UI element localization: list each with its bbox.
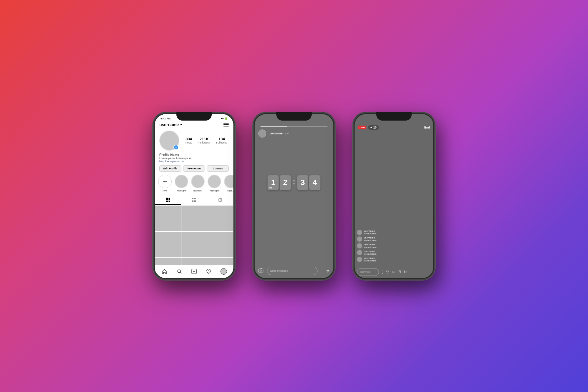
profile-bio: Profile Name Lorem ipsum. Lorem ipsum. b… (155, 153, 233, 166)
search-icon[interactable] (176, 268, 183, 275)
live-badge: LIVE (358, 126, 366, 129)
timer-icon[interactable]: ⏱ (397, 270, 401, 274)
flip-colon: : (293, 177, 295, 186)
story-user-avatar (258, 129, 266, 138)
comment-username-1: username (364, 230, 377, 232)
send-story-icon[interactable]: ➤ (325, 268, 331, 274)
viewer-count: 15 (373, 126, 377, 129)
story-username: username (269, 132, 283, 135)
story-options-icon[interactable]: ⋮ (320, 268, 324, 273)
status-icons: ▪▪▪ 🔋 (221, 117, 228, 120)
heart-icon[interactable] (206, 268, 212, 275)
grid-cell-2[interactable] (181, 206, 207, 231)
tab-tagged[interactable] (207, 195, 233, 205)
flip-m1-digit: 3 (300, 178, 305, 187)
svg-rect-2 (192, 200, 193, 201)
flip-camera-icon[interactable]: ↻ (404, 270, 407, 274)
profile-header: username (155, 121, 233, 129)
highlight-circle-3 (208, 175, 221, 188)
grid-cell-4[interactable] (155, 232, 181, 257)
profile-action-buttons: Edit Profile Promotion Contact (155, 165, 233, 175)
filter-icon[interactable]: ▽ (386, 270, 389, 274)
profile-section: + 334 Posts 211K Followers 134 Following (155, 129, 233, 153)
flip-clock: AM 1 2 : 3 4 (255, 175, 333, 190)
profile-nav-avatar[interactable] (220, 268, 227, 275)
highlight-label-3: highlight (210, 189, 219, 192)
highlight-new[interactable]: + New (158, 175, 172, 192)
tab-list[interactable] (181, 195, 207, 205)
highlight-1[interactable]: highlight (175, 175, 188, 192)
bio-text: Lorem ipsum. Lorem ipsum. (159, 156, 229, 160)
live-footer-icons: ▽ ☺ ⏱ ↻ (386, 270, 407, 274)
viewers-count-container: ♥ 15 (368, 125, 379, 130)
svg-point-7 (178, 270, 181, 273)
stat-followers: 211K Followers (198, 137, 210, 144)
chevron-down-icon (180, 124, 182, 125)
content-tabs (155, 195, 233, 205)
contact-button[interactable]: Contact (207, 165, 229, 172)
posts-label: Posts (186, 141, 192, 144)
followers-count: 211K (200, 137, 209, 141)
list-icon (192, 198, 196, 202)
grid-cell-6[interactable] (207, 232, 233, 257)
flip-hours: AM 1 2 (268, 175, 291, 190)
highlight-3[interactable]: highlight (208, 175, 221, 192)
flip-hour-2: 2 (280, 175, 291, 190)
comment-avatar-5 (357, 257, 362, 262)
flip-hour-1: AM 1 (268, 175, 279, 190)
story-time: 14h (285, 132, 289, 135)
story-header: username 14h (255, 127, 333, 140)
comment-body-1: username lorem ipsum (364, 230, 377, 235)
comment-2: username lorem ipsum (357, 236, 431, 242)
live-heart-icon: ♥ (370, 126, 372, 129)
send-message-input[interactable]: Send Message (267, 267, 318, 275)
grid-cell-3[interactable] (207, 206, 233, 231)
live-comment-input[interactable]: Comment (357, 268, 379, 276)
edit-profile-button[interactable]: Edit Profile (159, 165, 181, 172)
story-footer: Send Message ⋮ ➤ (255, 263, 333, 278)
comment-text-4: lorem ipsum (364, 253, 377, 255)
comment-username-2: username (364, 236, 377, 239)
highlight-2[interactable]: highlight (191, 175, 205, 192)
svg-rect-1 (194, 198, 196, 199)
comment-4: username lorem ipsum (357, 250, 431, 255)
grid-cell-1[interactable] (155, 206, 181, 231)
comment-1: username lorem ipsum (357, 230, 431, 235)
avatar-wrap: + (159, 131, 179, 151)
svg-rect-0 (192, 198, 193, 199)
notch-3 (376, 112, 412, 121)
highlight-circle-4 (224, 175, 233, 188)
highlight-circle-2 (191, 175, 205, 188)
promotion-button[interactable]: Promotion (183, 165, 205, 172)
live-comments: username lorem ipsum username lorem ipsu… (357, 230, 431, 263)
flip-minutes: 3 4 (297, 175, 320, 190)
new-highlight-button[interactable]: + (158, 175, 172, 188)
bio-link[interactable]: blog.loremipsum.com (159, 160, 229, 163)
highlight-label-2: highlight (193, 189, 202, 192)
highlight-label-1: highlight (177, 189, 186, 192)
end-live-button[interactable]: End (424, 126, 430, 129)
add-post-icon[interactable] (191, 268, 197, 275)
followers-label: Followers (198, 141, 210, 144)
hamburger-menu-icon[interactable] (223, 123, 229, 126)
comment-username-5: username (364, 257, 377, 259)
svg-rect-12 (258, 269, 263, 272)
comment-avatar-2 (357, 236, 362, 242)
svg-rect-4 (192, 201, 193, 202)
camera-icon[interactable] (258, 268, 265, 274)
highlight-4[interactable]: highl... (224, 175, 233, 192)
add-story-button[interactable]: + (173, 145, 179, 150)
comment-5: username lorem ipsum (357, 257, 431, 262)
profile-display-name: Profile Name (159, 153, 229, 156)
comment-text-3: lorem ipsum (364, 246, 377, 248)
grid-cell-5[interactable] (181, 232, 207, 257)
home-icon[interactable] (161, 268, 168, 275)
comment-avatar-4 (357, 250, 362, 255)
notch-2 (276, 112, 312, 121)
tab-grid[interactable] (155, 195, 181, 205)
comment-avatar-1 (357, 230, 362, 235)
screen-live: LIVE ♥ 15 End username lorem ipsum (355, 114, 433, 278)
username-row[interactable]: username (159, 122, 182, 127)
live-options-icon[interactable]: ⋮ (381, 270, 384, 274)
emoji-icon[interactable]: ☺ (391, 270, 395, 274)
